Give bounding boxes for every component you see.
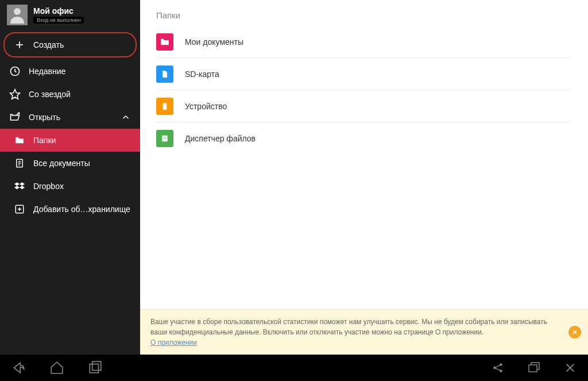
sidebar-item-open[interactable]: Открыть <box>0 106 140 129</box>
svg-rect-24 <box>92 361 101 370</box>
sidebar-item-label: Dropbox <box>33 182 64 191</box>
open-folder-icon <box>9 111 21 123</box>
folder-label: Диспетчер файлов <box>185 134 256 143</box>
dropbox-icon <box>14 180 25 192</box>
main-content: Папки Мои документы SD-карта Устройство <box>140 0 588 355</box>
nav-recent-button[interactable] <box>87 360 102 375</box>
sidebar-item-recent[interactable]: Недавние <box>0 60 140 83</box>
sidebar-item-dropbox[interactable]: Dropbox <box>0 175 140 198</box>
avatar <box>7 5 28 25</box>
svg-marker-10 <box>14 182 20 186</box>
sidebar-item-label: Недавние <box>29 67 65 76</box>
svg-point-0 <box>14 8 21 15</box>
add-box-icon <box>14 203 25 215</box>
notice-text: Ваше участие в сборе пользовательской ст… <box>150 318 547 336</box>
svg-point-27 <box>500 370 502 372</box>
clock-icon <box>9 66 21 77</box>
user-name: Мой офис <box>33 6 84 16</box>
document-icon <box>14 157 25 169</box>
folder-icon <box>156 33 173 51</box>
sidebar-item-folders[interactable]: Папки <box>0 129 140 152</box>
notice-link[interactable]: О приложении <box>150 338 197 347</box>
sd-icon <box>156 66 173 83</box>
svg-rect-30 <box>529 365 537 372</box>
folder-label: SD-карта <box>185 70 219 79</box>
section-title: Папки <box>140 0 588 26</box>
svg-marker-13 <box>20 186 25 189</box>
folder-row-sdcard[interactable]: SD-карта <box>156 58 572 90</box>
svg-marker-12 <box>14 186 20 189</box>
nav-close-button[interactable] <box>564 361 577 374</box>
folder-row-documents[interactable]: Мои документы <box>156 26 572 58</box>
sidebar-item-add-storage[interactable]: Добавить об…хранилище <box>0 198 140 221</box>
svg-point-25 <box>493 367 496 370</box>
user-status: Вход не выполнен <box>33 17 84 24</box>
sidebar-header[interactable]: Мой офис Вход не выполнен <box>0 0 140 30</box>
nav-windows-button[interactable] <box>527 361 541 375</box>
svg-rect-17 <box>163 103 167 110</box>
sidebar-item-label: Создать <box>33 40 64 49</box>
notice-close-button[interactable] <box>568 326 581 338</box>
nav-home-button[interactable] <box>49 360 64 375</box>
svg-rect-18 <box>162 136 167 142</box>
svg-marker-11 <box>20 182 25 186</box>
svg-line-28 <box>496 365 500 367</box>
nav-share-button[interactable] <box>492 361 504 374</box>
folder-icon <box>14 134 25 146</box>
create-button[interactable]: Создать <box>3 32 137 57</box>
folder-label: Мои документы <box>185 37 243 47</box>
notice-bar: Ваше участие в сборе пользовательской ст… <box>140 309 588 355</box>
folder-row-device[interactable]: Устройство <box>156 90 572 122</box>
sidebar-item-starred[interactable]: Со звездой <box>0 83 140 106</box>
sidebar-item-label: Открыть <box>29 113 60 122</box>
sidebar-item-label: Добавить об…хранилище <box>33 205 130 214</box>
folder-row-filemanager[interactable]: Диспетчер файлов <box>156 122 572 155</box>
folder-list: Мои документы SD-карта Устройство Диспет… <box>140 26 588 155</box>
svg-point-26 <box>500 363 502 366</box>
svg-marker-4 <box>10 90 20 99</box>
device-icon <box>156 98 173 115</box>
star-icon <box>9 88 21 100</box>
files-icon <box>156 130 173 147</box>
sidebar-item-label: Папки <box>33 136 56 145</box>
plus-icon <box>14 39 25 51</box>
svg-line-29 <box>496 368 500 371</box>
nav-back-button[interactable] <box>11 360 26 375</box>
sidebar-item-all-docs[interactable]: Все документы <box>0 152 140 175</box>
svg-rect-23 <box>90 364 98 373</box>
android-navbar <box>0 355 588 381</box>
sidebar-item-label: Все документы <box>33 159 90 168</box>
sidebar-item-label: Со звездой <box>29 90 71 99</box>
sidebar: Мой офис Вход не выполнен Создать Недавн… <box>0 0 140 355</box>
folder-label: Устройство <box>185 102 227 111</box>
chevron-up-icon <box>121 112 131 122</box>
